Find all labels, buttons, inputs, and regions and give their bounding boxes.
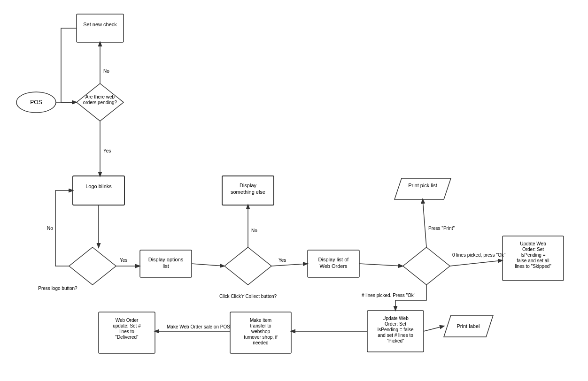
no-presslogo-label: No <box>47 226 53 231</box>
make-web-order-sale-label: Make Web Order sale on POS <box>167 324 230 329</box>
arrow-linespicked-to-printpicklist <box>423 199 426 247</box>
arrow-clickn-to-displayweborders <box>271 264 307 266</box>
yes-clickn-label: Yes <box>279 258 286 263</box>
press-print-label: Press "Print" <box>428 226 455 231</box>
make-item-transfer-label4: turnover shop, if <box>244 335 278 340</box>
display-something-else-label2: something else <box>231 189 265 195</box>
set-new-check-label: Set new check <box>83 22 117 27</box>
clickn-collect-node <box>224 247 271 285</box>
arrow-updatepicked-to-printlabel <box>424 326 444 331</box>
web-orders-pending-label2: orders pending? <box>83 100 117 105</box>
yes-down-label: Yes <box>103 148 111 153</box>
update-web-order-skip-label4: false and set all <box>517 258 549 263</box>
flowchart-svg: POS Are there web orders pending? Set ne… <box>0 0 588 381</box>
print-pick-list-label: Print pick list <box>408 183 437 188</box>
zero-lines-label: 0 lines picked, press "Ok" <box>452 252 506 258</box>
update-web-order-skip-label2: Order: Set <box>522 247 544 252</box>
web-order-update-delivered-label: Web Order <box>116 318 139 323</box>
lines-picked-label: # lines picked. Press "Ok" <box>362 293 416 298</box>
web-orders-pending-label: Are there web <box>85 94 115 99</box>
press-logo-button-label: Press logo button? <box>38 286 77 291</box>
print-label-label: Print label <box>457 323 480 329</box>
update-web-order-picked-label3: IsPending = false <box>378 327 414 332</box>
set-new-check-node <box>77 14 124 42</box>
clickn-collect-label-text: Click Click'n'Collect button? <box>219 294 277 299</box>
no-top-label: No <box>103 69 109 74</box>
press-logo-node <box>69 247 116 285</box>
print-pick-list-node <box>395 178 451 199</box>
arrow-setnewcheck-back <box>61 28 77 102</box>
lines-picked-node <box>403 247 450 285</box>
make-item-transfer-label: Make item <box>250 318 271 323</box>
update-web-order-picked-label5: "Picked" <box>387 338 404 343</box>
make-item-transfer-label5: needed <box>253 340 268 345</box>
logo-blinks-label: Logo blinks <box>85 183 112 189</box>
update-web-order-skip-label3: IsPending = <box>520 252 545 258</box>
arrow-displayweborders-to-linespicked <box>359 264 402 266</box>
logo-blinks-node <box>73 176 124 205</box>
arrow-displayoptions-to-clickn <box>192 264 224 266</box>
display-something-else-label: Display <box>240 183 257 188</box>
make-item-transfer-label2: transfer to <box>250 323 271 328</box>
display-options-label2: list <box>162 263 169 269</box>
web-order-update-delivered-label4: "Delivered" <box>115 335 139 340</box>
display-web-orders-label: Display list of <box>318 257 349 262</box>
yes-presslogo-label: Yes <box>120 258 127 263</box>
display-web-orders-label2: Web Orders <box>319 263 348 269</box>
update-web-order-skip-label5: lines to "Skipped" <box>515 264 551 269</box>
web-order-update-delivered-label3: lines to <box>119 329 134 334</box>
flowchart-diagram: POS Are there web orders pending? Set ne… <box>0 0 588 381</box>
web-order-update-delivered-label2: update: Set # <box>113 323 141 328</box>
make-item-transfer-label3: webshop <box>251 329 270 334</box>
arrow-presslogo-no-back <box>55 190 73 266</box>
update-web-order-picked-label2: Order: Set <box>385 321 406 327</box>
update-web-order-skip-label: Update Web <box>520 241 546 246</box>
display-options-label: Display options <box>148 257 184 262</box>
arrow-linespicked-to-updateskip <box>450 260 502 266</box>
pos-label: POS <box>30 99 42 106</box>
no-clickn-label: No <box>251 228 257 233</box>
update-web-order-picked-label4: and set # lines to <box>378 333 413 338</box>
update-web-order-picked-label: Update Web <box>382 316 409 321</box>
